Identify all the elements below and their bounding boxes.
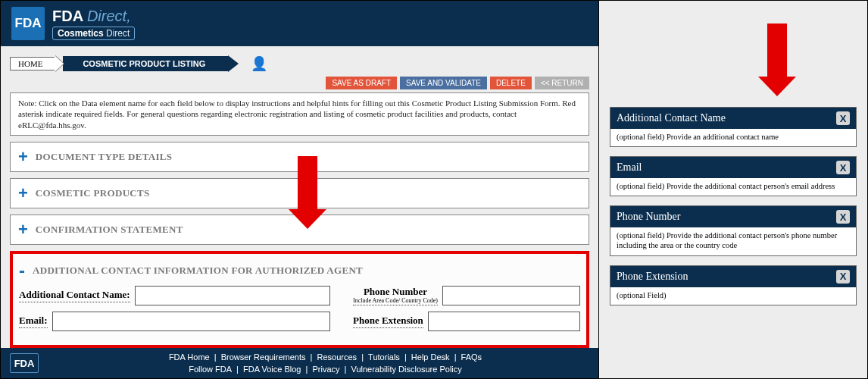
footer-row-1: FDA Home | Browser Requirements | Resour… [52, 351, 598, 364]
help-card-extension: Phone ExtensionX (optional Field) [610, 265, 857, 305]
accordion-title: CONFIRMATION STATEMENT [36, 224, 183, 236]
phone-label[interactable]: Phone Number Include Area Code/ Country … [353, 286, 438, 305]
footer-link[interactable]: Resources [315, 352, 360, 362]
footer-link[interactable]: Privacy [310, 365, 342, 374]
app-header: FDA FDA Direct, Cosmetics Direct [1, 1, 598, 46]
close-icon[interactable]: X [836, 210, 850, 224]
footer-link[interactable]: Help Desk [409, 352, 452, 362]
help-body: (optional field) Provide an additional c… [610, 129, 856, 146]
help-card-phone: Phone NumberX (optional field) Provide t… [610, 205, 857, 255]
contact-name-label[interactable]: Additional Contact Name: [19, 289, 130, 302]
save-draft-button[interactable]: SAVE AS DRAFT [326, 77, 397, 89]
collapse-icon: - [19, 262, 25, 280]
footer-link[interactable]: Vulnerability Disclosure Policy [348, 365, 464, 374]
save-validate-button[interactable]: SAVE AND VALIDATE [400, 77, 487, 89]
person-icon[interactable]: 👤 [251, 55, 267, 72]
help-panel: Additional Contact NameX (optional field… [599, 1, 867, 378]
footer-link[interactable]: FDA Home [167, 352, 212, 362]
breadcrumb-current: COSMETIC PRODUCT LISTING [63, 56, 228, 71]
contact-name-input[interactable] [135, 286, 330, 305]
help-body: (optional field) Provide the additional … [610, 178, 856, 196]
accordion-title: COSMETIC PRODUCTS [36, 187, 150, 199]
help-body: (optional Field) [610, 287, 856, 305]
instruction-note: Note: Click on the Data element name for… [10, 92, 589, 136]
footer-link[interactable]: Tutorials [366, 352, 402, 362]
accordion-title: DOCUMENT TYPE DETAILS [36, 151, 172, 163]
footer-links: FDA Home | Browser Requirements | Resour… [52, 351, 598, 376]
footer-row-2: Follow FDA | FDA Voice Blog | Privacy | … [52, 363, 598, 376]
breadcrumb-home[interactable]: HOME [10, 57, 55, 70]
fda-logo: FDA [11, 7, 45, 40]
callout-arrow-icon [758, 23, 796, 96]
expand-icon: + [18, 149, 28, 165]
footer-logo: FDA [10, 353, 39, 373]
accordion-header[interactable]: - ADDITIONAL CONTACT INFORMATION FOR AUT… [19, 257, 580, 286]
help-title: Phone Extension [617, 271, 688, 283]
help-title: Email [617, 161, 642, 174]
app-footer: FDA FDA Home | Browser Requirements | Re… [1, 348, 598, 378]
header-subtitle: Cosmetics Direct [52, 27, 135, 40]
phone-input[interactable] [442, 286, 580, 305]
help-card-email: EmailX (optional field) Provide the addi… [610, 156, 857, 196]
close-icon[interactable]: X [836, 111, 850, 125]
footer-link[interactable]: FDA Voice Blog [241, 365, 303, 374]
email-label[interactable]: Email: [19, 315, 48, 328]
footer-link[interactable]: Follow FDA [186, 365, 234, 374]
help-body: (optional field) Provide the additional … [610, 227, 856, 255]
close-icon[interactable]: X [836, 161, 850, 174]
breadcrumb-tail-icon [228, 55, 239, 72]
footer-link[interactable]: Browser Requirements [219, 352, 308, 362]
extension-input[interactable] [428, 312, 580, 331]
expand-icon: + [18, 221, 28, 238]
action-button-row: SAVE AS DRAFT SAVE AND VALIDATE DELETE <… [10, 77, 589, 89]
help-title: Additional Contact Name [617, 112, 726, 124]
accordion-title: ADDITIONAL CONTACT INFORMATION FOR AUTHO… [33, 265, 363, 277]
footer-link[interactable]: FAQs [459, 352, 485, 362]
delete-button[interactable]: DELETE [490, 77, 532, 89]
close-icon[interactable]: X [836, 270, 850, 283]
return-button[interactable]: << RETURN [535, 77, 589, 89]
breadcrumb: HOME COSMETIC PRODUCT LISTING 👤 [10, 55, 589, 72]
expand-icon: + [18, 185, 28, 202]
breadcrumb-arrow-icon [55, 55, 64, 72]
help-card-contact-name: Additional Contact NameX (optional field… [610, 107, 857, 147]
extension-label[interactable]: Phone Extension [353, 315, 423, 328]
callout-arrow-icon [289, 156, 326, 229]
header-title-block: FDA Direct, Cosmetics Direct [52, 8, 135, 40]
email-input[interactable] [52, 312, 330, 331]
header-title: FDA Direct, [52, 8, 135, 25]
accordion-additional-contact: - ADDITIONAL CONTACT INFORMATION FOR AUT… [10, 251, 589, 348]
help-title: Phone Number [617, 211, 680, 223]
